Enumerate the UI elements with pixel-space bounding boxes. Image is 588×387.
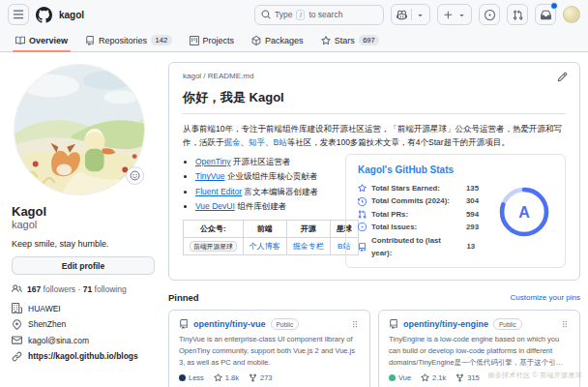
edit-readme-button[interactable] bbox=[557, 72, 568, 82]
profile-avatar[interactable] bbox=[15, 65, 144, 194]
create-new-button[interactable] bbox=[437, 4, 472, 25]
repo-link[interactable]: opentiny/tiny-engine bbox=[403, 319, 488, 329]
profile-location: ShenZhen bbox=[12, 319, 155, 330]
copilot-icon bbox=[397, 10, 407, 20]
language-dot bbox=[179, 374, 186, 381]
profile-login: kagol bbox=[12, 219, 155, 230]
stat-total-commits: Total Commits (2024):304 bbox=[358, 194, 489, 207]
tab-packages[interactable]: Packages bbox=[244, 29, 311, 51]
repo-icon bbox=[358, 243, 367, 252]
list-item: Fluent Editor 富文本编辑器创建者 bbox=[195, 185, 336, 199]
issues-header-button[interactable] bbox=[479, 4, 500, 25]
slash-key-hint: / bbox=[296, 10, 305, 20]
profile-nav: Overview Repositories 142 Projects Packa… bbox=[0, 29, 588, 52]
rank-ring: A bbox=[493, 164, 555, 259]
rank-grade: A bbox=[518, 204, 530, 221]
grabber-icon[interactable] bbox=[560, 319, 570, 329]
organization-icon bbox=[12, 303, 22, 313]
link-icon bbox=[12, 351, 22, 362]
repo-icon bbox=[389, 319, 398, 329]
avatar-illustration bbox=[15, 65, 144, 194]
list-item: Vue DevUI 组件库创建者 bbox=[195, 199, 336, 214]
page-content: Kagol kagol Keep smile, stay humble. Edi… bbox=[0, 52, 588, 387]
repo-forks[interactable]: 315 bbox=[456, 373, 480, 382]
repo-forks[interactable]: 273 bbox=[249, 373, 273, 382]
language-dot bbox=[389, 374, 396, 381]
grabber-icon[interactable] bbox=[350, 319, 360, 329]
search-placeholder-prefix: Type bbox=[275, 10, 292, 19]
opentiny-link[interactable]: OpenTiny bbox=[195, 157, 231, 166]
repo-language: Less bbox=[179, 373, 204, 382]
bilibili-link[interactable]: B站 bbox=[274, 137, 287, 147]
pinned-title: Pinned bbox=[168, 292, 199, 303]
stars-count-badge: 697 bbox=[359, 35, 380, 45]
list-item: OpenTiny 开源社区运营者 bbox=[195, 155, 336, 169]
tab-stars[interactable]: Stars 697 bbox=[313, 29, 388, 51]
set-status-button[interactable] bbox=[126, 166, 144, 185]
juejin-link[interactable]: 掘金 bbox=[224, 137, 241, 147]
plus-icon bbox=[443, 10, 454, 20]
star-icon bbox=[214, 373, 222, 382]
stats-title: Kagol's GitHub Stats bbox=[358, 164, 489, 175]
tinyvue-link[interactable]: TinyVue bbox=[195, 171, 225, 181]
profile-sidebar: Kagol kagol Keep smile, stay humble. Edi… bbox=[8, 62, 155, 387]
readme-title: 你好，我是 Kagol bbox=[183, 89, 566, 114]
readme-links-table: 公众号: 前端 开源 星球 前端开源星球 个人博客 掘金专栏 B站 bbox=[183, 220, 359, 255]
repo-icon bbox=[179, 319, 189, 329]
fluent-editor-link[interactable]: Fluent Editor bbox=[195, 187, 242, 196]
profile-email: kagol@sina.com bbox=[12, 335, 155, 345]
repo-link[interactable]: opentiny/tiny-vue bbox=[193, 319, 266, 329]
customize-pins-link[interactable]: Customize your pins bbox=[511, 293, 580, 302]
github-logo[interactable] bbox=[36, 7, 52, 23]
profile-main: kagol / README.md 你好，我是 Kagol 从事前端10年，专注… bbox=[168, 62, 580, 387]
repo-description: TinyEngine is a low-code engine based on… bbox=[389, 334, 570, 368]
pencil-icon bbox=[557, 72, 568, 82]
global-search-input[interactable]: Type / to search bbox=[254, 5, 384, 25]
repo-icon bbox=[85, 36, 95, 45]
followers-count: 167 bbox=[27, 284, 41, 294]
global-header: kagol Type / to search bbox=[0, 0, 588, 29]
pinned-repo-card-tiny-vue: opentiny/tiny-vue Public TinyVue is an e… bbox=[168, 310, 370, 387]
dot-separator: · bbox=[77, 284, 80, 294]
watermark-text: 掘金技术社区 © 前端开源星球 bbox=[487, 371, 582, 380]
readme-intro: 从事前端10年，专注于前端组件库建设和开源社区运营，「前端开源星球」公众号运营者… bbox=[183, 122, 566, 149]
tab-overview[interactable]: Overview bbox=[8, 29, 75, 51]
zhihu-link[interactable]: 知乎 bbox=[249, 137, 265, 147]
repo-stars[interactable]: 2.1k bbox=[421, 373, 446, 382]
star-icon bbox=[421, 373, 429, 382]
chevron-down-icon bbox=[457, 11, 466, 19]
inbox-icon bbox=[541, 10, 551, 20]
header-context-username[interactable]: kagol bbox=[59, 10, 84, 20]
copilot-button[interactable] bbox=[391, 4, 430, 25]
profile-bio: Keep smile, stay humble. bbox=[12, 239, 155, 249]
tab-projects[interactable]: Projects bbox=[182, 29, 243, 51]
repositories-count-badge: 142 bbox=[151, 35, 172, 45]
user-avatar-small[interactable] bbox=[563, 6, 580, 23]
repo-stars[interactable]: 1.8k bbox=[214, 373, 239, 382]
edit-profile-button[interactable]: Edit profile bbox=[12, 256, 155, 275]
tab-repositories[interactable]: Repositories 142 bbox=[77, 29, 180, 51]
chevron-down-icon bbox=[416, 11, 425, 19]
stat-contributed-to: Contributed to (last year):13 bbox=[358, 234, 489, 260]
inbox-button[interactable] bbox=[535, 4, 556, 25]
fork-icon bbox=[249, 373, 257, 382]
vue-devui-link[interactable]: Vue DevUI bbox=[195, 201, 235, 211]
personal-blog-link[interactable]: 个人博客 bbox=[250, 242, 280, 251]
fork-icon bbox=[456, 373, 464, 382]
issue-opened-icon bbox=[358, 223, 367, 231]
repo-language: Vue bbox=[389, 373, 411, 382]
readme-bullet-list: OpenTiny 开源社区运营者 TinyVue 企业级组件库核心贡献者 Flu… bbox=[183, 155, 336, 214]
button-divider bbox=[411, 9, 412, 20]
juejin-column-link[interactable]: 掘金专栏 bbox=[293, 242, 324, 251]
hamburger-menu-button[interactable] bbox=[8, 4, 29, 25]
profile-name: Kagol bbox=[12, 204, 155, 219]
visibility-badge: Public bbox=[493, 318, 522, 330]
readme-breadcrumb[interactable]: kagol / README.md bbox=[183, 72, 566, 80]
pull-requests-header-button[interactable] bbox=[507, 4, 528, 25]
repo-description: TinyVue is an enterprise-class UI compon… bbox=[179, 334, 360, 368]
search-placeholder-suffix: to search bbox=[309, 10, 342, 19]
star-icon bbox=[358, 184, 367, 193]
followers-line[interactable]: 167 followers · 71 following bbox=[12, 283, 155, 294]
mail-icon bbox=[12, 335, 22, 345]
search-icon bbox=[261, 10, 271, 19]
